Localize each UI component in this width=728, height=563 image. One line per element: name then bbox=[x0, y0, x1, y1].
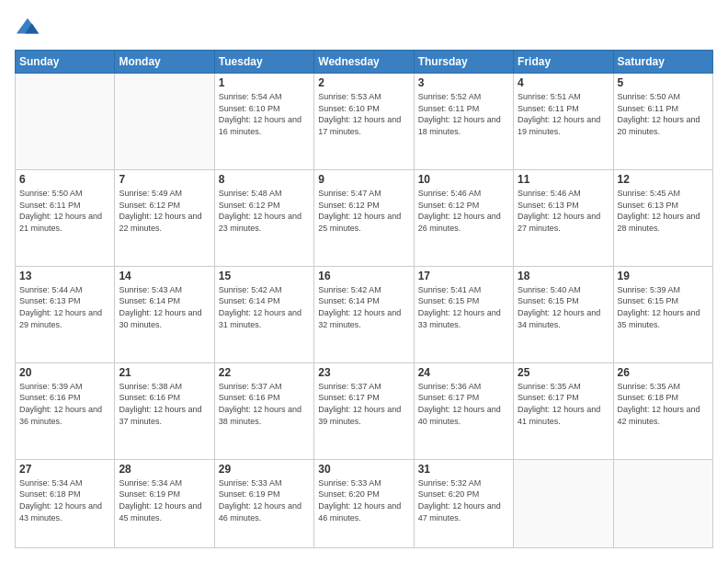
day-number: 16 bbox=[318, 270, 409, 282]
day-number: 14 bbox=[119, 270, 210, 282]
calendar-week-row: 20Sunrise: 5:39 AM Sunset: 6:16 PM Dayli… bbox=[16, 362, 713, 459]
calendar-cell: 6Sunrise: 5:50 AM Sunset: 6:11 PM Daylig… bbox=[16, 169, 115, 266]
day-info: Sunrise: 5:38 AM Sunset: 6:16 PM Dayligh… bbox=[119, 381, 210, 427]
page: SundayMondayTuesdayWednesdayThursdayFrid… bbox=[0, 0, 728, 563]
day-info: Sunrise: 5:37 AM Sunset: 6:16 PM Dayligh… bbox=[219, 381, 310, 427]
day-info: Sunrise: 5:54 AM Sunset: 6:10 PM Dayligh… bbox=[219, 91, 310, 137]
logo-icon bbox=[15, 15, 40, 40]
calendar-cell: 24Sunrise: 5:36 AM Sunset: 6:17 PM Dayli… bbox=[414, 362, 513, 459]
calendar-cell: 19Sunrise: 5:39 AM Sunset: 6:15 PM Dayli… bbox=[613, 266, 712, 362]
day-number: 20 bbox=[19, 366, 110, 379]
day-info: Sunrise: 5:34 AM Sunset: 6:18 PM Dayligh… bbox=[19, 477, 110, 523]
calendar-cell bbox=[115, 74, 214, 170]
calendar-cell: 4Sunrise: 5:51 AM Sunset: 6:11 PM Daylig… bbox=[514, 74, 613, 170]
day-number: 19 bbox=[618, 270, 709, 282]
day-info: Sunrise: 5:45 AM Sunset: 6:13 PM Dayligh… bbox=[618, 188, 709, 234]
day-number: 9 bbox=[318, 173, 409, 186]
day-number: 11 bbox=[518, 173, 609, 186]
day-info: Sunrise: 5:50 AM Sunset: 6:11 PM Dayligh… bbox=[618, 91, 709, 137]
day-number: 22 bbox=[219, 366, 310, 379]
calendar-day-header: Wednesday bbox=[314, 51, 414, 74]
day-info: Sunrise: 5:37 AM Sunset: 6:17 PM Dayligh… bbox=[318, 381, 409, 427]
day-info: Sunrise: 5:51 AM Sunset: 6:11 PM Dayligh… bbox=[518, 91, 609, 137]
day-number: 7 bbox=[119, 173, 210, 186]
day-info: Sunrise: 5:53 AM Sunset: 6:10 PM Dayligh… bbox=[318, 91, 409, 137]
day-info: Sunrise: 5:49 AM Sunset: 6:12 PM Dayligh… bbox=[119, 188, 210, 234]
day-number: 10 bbox=[418, 173, 509, 186]
calendar-cell: 8Sunrise: 5:48 AM Sunset: 6:12 PM Daylig… bbox=[214, 169, 313, 266]
day-number: 13 bbox=[19, 270, 110, 282]
calendar-cell: 27Sunrise: 5:34 AM Sunset: 6:18 PM Dayli… bbox=[16, 459, 115, 547]
calendar-week-row: 27Sunrise: 5:34 AM Sunset: 6:18 PM Dayli… bbox=[16, 459, 713, 547]
calendar-cell: 29Sunrise: 5:33 AM Sunset: 6:19 PM Dayli… bbox=[214, 459, 313, 547]
calendar-day-header: Saturday bbox=[613, 51, 712, 74]
day-number: 28 bbox=[119, 463, 210, 476]
day-number: 2 bbox=[318, 76, 409, 89]
calendar-cell: 7Sunrise: 5:49 AM Sunset: 6:12 PM Daylig… bbox=[115, 169, 214, 266]
day-info: Sunrise: 5:50 AM Sunset: 6:11 PM Dayligh… bbox=[19, 188, 110, 234]
day-info: Sunrise: 5:32 AM Sunset: 6:20 PM Dayligh… bbox=[418, 477, 509, 523]
calendar-day-header: Friday bbox=[514, 51, 613, 74]
day-number: 18 bbox=[518, 270, 609, 282]
calendar-week-row: 1Sunrise: 5:54 AM Sunset: 6:10 PM Daylig… bbox=[16, 74, 713, 170]
calendar-table: SundayMondayTuesdayWednesdayThursdayFrid… bbox=[15, 50, 713, 548]
day-info: Sunrise: 5:47 AM Sunset: 6:12 PM Dayligh… bbox=[318, 188, 409, 234]
day-info: Sunrise: 5:33 AM Sunset: 6:19 PM Dayligh… bbox=[219, 477, 310, 523]
calendar-cell: 10Sunrise: 5:46 AM Sunset: 6:12 PM Dayli… bbox=[414, 169, 513, 266]
calendar-cell: 28Sunrise: 5:34 AM Sunset: 6:19 PM Dayli… bbox=[115, 459, 214, 547]
calendar-cell: 26Sunrise: 5:35 AM Sunset: 6:18 PM Dayli… bbox=[613, 362, 712, 459]
calendar-day-header: Monday bbox=[115, 51, 214, 74]
calendar-cell: 17Sunrise: 5:41 AM Sunset: 6:15 PM Dayli… bbox=[414, 266, 513, 362]
calendar-day-header: Tuesday bbox=[214, 51, 313, 74]
day-info: Sunrise: 5:46 AM Sunset: 6:13 PM Dayligh… bbox=[518, 188, 609, 234]
calendar-cell: 12Sunrise: 5:45 AM Sunset: 6:13 PM Dayli… bbox=[613, 169, 712, 266]
calendar-cell: 18Sunrise: 5:40 AM Sunset: 6:15 PM Dayli… bbox=[514, 266, 613, 362]
day-number: 5 bbox=[618, 76, 709, 89]
calendar-cell: 15Sunrise: 5:42 AM Sunset: 6:14 PM Dayli… bbox=[214, 266, 313, 362]
calendar-cell: 21Sunrise: 5:38 AM Sunset: 6:16 PM Dayli… bbox=[115, 362, 214, 459]
day-number: 8 bbox=[219, 173, 310, 186]
day-number: 29 bbox=[219, 463, 310, 476]
calendar-header-row: SundayMondayTuesdayWednesdayThursdayFrid… bbox=[16, 51, 713, 74]
day-info: Sunrise: 5:36 AM Sunset: 6:17 PM Dayligh… bbox=[418, 381, 509, 427]
calendar-cell: 3Sunrise: 5:52 AM Sunset: 6:11 PM Daylig… bbox=[414, 74, 513, 170]
day-info: Sunrise: 5:34 AM Sunset: 6:19 PM Dayligh… bbox=[119, 477, 210, 523]
calendar-day-header: Thursday bbox=[414, 51, 513, 74]
day-info: Sunrise: 5:33 AM Sunset: 6:20 PM Dayligh… bbox=[318, 477, 409, 523]
day-number: 6 bbox=[19, 173, 110, 186]
calendar-cell: 22Sunrise: 5:37 AM Sunset: 6:16 PM Dayli… bbox=[214, 362, 313, 459]
day-info: Sunrise: 5:42 AM Sunset: 6:14 PM Dayligh… bbox=[318, 284, 409, 330]
day-number: 4 bbox=[518, 76, 609, 89]
day-number: 31 bbox=[418, 463, 509, 476]
day-info: Sunrise: 5:35 AM Sunset: 6:18 PM Dayligh… bbox=[618, 381, 709, 427]
day-info: Sunrise: 5:44 AM Sunset: 6:13 PM Dayligh… bbox=[19, 284, 110, 330]
day-number: 26 bbox=[618, 366, 709, 379]
calendar-cell: 9Sunrise: 5:47 AM Sunset: 6:12 PM Daylig… bbox=[314, 169, 414, 266]
day-info: Sunrise: 5:46 AM Sunset: 6:12 PM Dayligh… bbox=[418, 188, 509, 234]
calendar-cell: 5Sunrise: 5:50 AM Sunset: 6:11 PM Daylig… bbox=[613, 74, 712, 170]
calendar-cell: 30Sunrise: 5:33 AM Sunset: 6:20 PM Dayli… bbox=[314, 459, 414, 547]
calendar-cell: 16Sunrise: 5:42 AM Sunset: 6:14 PM Dayli… bbox=[314, 266, 414, 362]
day-info: Sunrise: 5:48 AM Sunset: 6:12 PM Dayligh… bbox=[219, 188, 310, 234]
header bbox=[15, 15, 713, 40]
day-number: 17 bbox=[418, 270, 509, 282]
day-info: Sunrise: 5:42 AM Sunset: 6:14 PM Dayligh… bbox=[219, 284, 310, 330]
calendar-cell: 11Sunrise: 5:46 AM Sunset: 6:13 PM Dayli… bbox=[514, 169, 613, 266]
calendar-day-header: Sunday bbox=[16, 51, 115, 74]
day-info: Sunrise: 5:40 AM Sunset: 6:15 PM Dayligh… bbox=[518, 284, 609, 330]
calendar-cell: 31Sunrise: 5:32 AM Sunset: 6:20 PM Dayli… bbox=[414, 459, 513, 547]
calendar-cell: 23Sunrise: 5:37 AM Sunset: 6:17 PM Dayli… bbox=[314, 362, 414, 459]
calendar-cell: 2Sunrise: 5:53 AM Sunset: 6:10 PM Daylig… bbox=[314, 74, 414, 170]
day-number: 1 bbox=[219, 76, 310, 89]
day-number: 15 bbox=[219, 270, 310, 282]
day-number: 27 bbox=[19, 463, 110, 476]
day-number: 30 bbox=[318, 463, 409, 476]
logo bbox=[15, 15, 44, 40]
calendar-cell: 1Sunrise: 5:54 AM Sunset: 6:10 PM Daylig… bbox=[214, 74, 313, 170]
calendar-cell bbox=[613, 459, 712, 547]
day-number: 12 bbox=[618, 173, 709, 186]
day-number: 24 bbox=[418, 366, 509, 379]
day-info: Sunrise: 5:39 AM Sunset: 6:16 PM Dayligh… bbox=[19, 381, 110, 427]
day-info: Sunrise: 5:39 AM Sunset: 6:15 PM Dayligh… bbox=[618, 284, 709, 330]
calendar-cell: 13Sunrise: 5:44 AM Sunset: 6:13 PM Dayli… bbox=[16, 266, 115, 362]
